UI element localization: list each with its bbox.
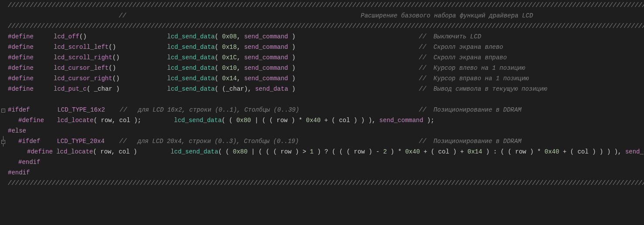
define-line: #definelcd_cursor_right()lcd_send_data( … [0,73,644,84]
macro-name: lcd_off [54,33,79,40]
preproc-define: #define [8,33,34,40]
fold-toggle-icon[interactable]: − [1,109,5,112]
preproc-endif: #endif [8,169,30,176]
define-line: #definelcd_scroll_right()lcd_send_data( … [0,52,644,63]
preproc-else: #else [8,127,26,134]
call-fn: lcd_send_data [167,85,215,92]
call-fn: lcd_send_data [167,54,215,61]
endif-line: #endif [0,167,644,178]
define-line: #define lcd_locate( row, col ) lcd_send_… [0,147,644,157]
macro-name: lcd_cursor_right [54,75,112,82]
preproc-ifdef: #ifdef [18,138,40,145]
call-fn: lcd_send_data [174,117,222,124]
macro-name: lcd_scroll_left [54,44,109,51]
call-fn: lcd_send_data [167,65,215,72]
comment-slashes: ////////////////////////////////////////… [8,2,644,9]
define-comment: Скролл экрана влево [434,44,504,51]
preproc-define: #define [8,65,34,72]
comment-slashes: ////////////////////////////////////////… [8,23,644,30]
code-editor[interactable]: ////////////////////////////////////////… [0,0,644,188]
ifdef-line: − #ifdef LCD_TYPE_20x4 // для LCD 20х4, … [0,136,644,147]
define-comment: Вывод символа в текущую позицию [434,85,547,92]
define-comment: Курсор влево на 1 позицию [434,65,525,72]
blank-line [0,94,644,105]
preproc-endif: #endif [18,159,40,166]
call-fn: lcd_send_data [167,75,215,82]
preproc-define: #define [8,44,34,51]
macro-name: lcd_scroll_right [54,54,112,61]
ifdef-right-comment: Позиционирование в DDRAM [434,106,522,113]
macro-name: lcd_cursor_left [54,65,109,72]
code-line: ////////////////////////////////////////… [0,178,644,188]
preproc-define: #define [8,75,34,82]
preproc-define: #define [18,117,44,124]
ifdef-symbol: LCD_TYPE_20x4 [57,138,104,145]
call-fn: lcd_send_data [167,44,215,51]
define-comment: Выключить LCD [434,33,481,40]
fold-toggle-icon[interactable]: − [1,140,5,144]
ifdef-inline-comment: для LCD 20х4, строки (0..3), Столбцы (0.… [137,138,299,145]
code-line: ////////////////////////////////////////… [0,21,644,31]
ifdef-inline-comment: для LCD 16x2, строки (0..1), Столбцы (0.… [138,106,299,113]
define-line: #definelcd_off()lcd_send_data( 0x08, sen… [0,31,644,42]
ifdef-line: − #ifdef LCD_TYPE_16x2 // для LCD 16x2, … [0,105,644,115]
call-fn: lcd_send_data [167,33,215,40]
else-line: #else [0,126,644,136]
macro-name: lcd_locate [56,148,93,155]
define-line: #definelcd_scroll_left()lcd_send_data( 0… [0,42,644,52]
define-line: #definelcd_put_c( _char )lcd_send_data( … [0,84,644,94]
preproc-define: #define [8,85,34,92]
comment-slashes: ////////////////////////////////////////… [8,180,644,187]
endif-line: #endif [0,157,644,167]
define-comment: Курсор вправо на 1 позицию [434,75,529,82]
define-line: #define lcd_locate( row, col ); lcd_send… [0,115,644,126]
preproc-define: #define [8,54,34,61]
define-line: #definelcd_cursor_left()lcd_send_data( 0… [0,63,644,73]
call-fn: lcd_send_data [171,148,218,155]
macro-name: lcd_put_c [54,85,87,92]
code-line: // Расширение базового набора функций др… [0,10,644,21]
code-line: ////////////////////////////////////////… [0,0,644,10]
macro-name: lcd_locate [57,117,93,124]
header-comment: Расширение базового набора функций драйв… [361,12,533,19]
ifdef-symbol: LCD_TYPE_16x2 [57,106,105,113]
ifdef-right-comment: Позиционирование в DDRAM [434,138,522,145]
define-comment: Скролл экрана вправо [434,54,507,61]
preproc-define: #define [27,148,53,155]
preproc-ifdef: #ifdef [8,106,30,113]
